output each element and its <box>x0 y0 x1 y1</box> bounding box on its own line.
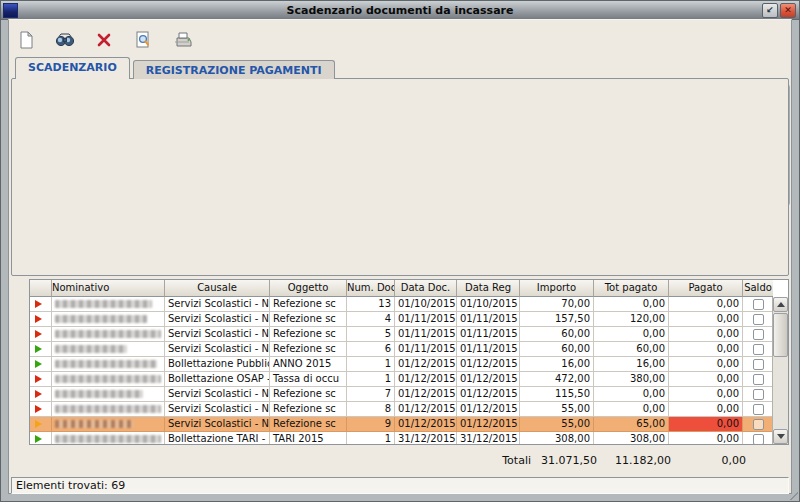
column-header[interactable] <box>30 280 52 297</box>
column-header[interactable]: Num. Doc. <box>347 280 395 297</box>
cell-tot-pagato: 308,00 <box>594 432 669 445</box>
cell-num-doc: 5 <box>347 327 395 342</box>
cell-data-doc: 31/12/2015 <box>395 432 457 445</box>
table-row[interactable]: Bollettazione OSAP - N Tassa di occu 1 0… <box>30 372 788 387</box>
cell-data-reg: 31/12/2015 <box>457 432 520 445</box>
search-button[interactable] <box>52 27 78 53</box>
toolbar <box>13 23 195 57</box>
preview-button[interactable] <box>130 27 156 53</box>
column-header[interactable]: Causale <box>165 280 270 297</box>
cell-tot-pagato: 16,00 <box>594 357 669 372</box>
saldo-checkbox[interactable] <box>753 404 764 415</box>
vertical-scrollbar[interactable] <box>772 297 788 444</box>
cell-pagato: 0,00 <box>669 417 743 432</box>
saldo-checkbox[interactable] <box>753 344 764 355</box>
cell-pagato: 0,00 <box>669 357 743 372</box>
table-row[interactable]: Servizi Scolastici - Non Refezione sc 13… <box>30 297 788 312</box>
app-window: Scadenzario documenti da incassare ↙ ✕ <box>0 0 800 502</box>
table-row[interactable]: Servizi Scolastici - Non Refezione sc 6 … <box>30 342 788 357</box>
cell-pagato: 0,00 <box>669 342 743 357</box>
saldo-checkbox[interactable] <box>753 359 764 370</box>
cell-tot-pagato: 120,00 <box>594 312 669 327</box>
column-header[interactable]: Nominativo <box>52 280 165 297</box>
column-header[interactable]: Importo <box>520 280 594 297</box>
cell-tot-pagato: 380,00 <box>594 372 669 387</box>
column-header[interactable]: Pagato <box>669 280 743 297</box>
column-header[interactable]: Data Reg <box>457 280 520 297</box>
cell-data-reg: 01/12/2015 <box>457 387 520 402</box>
app-logo-icon <box>3 3 18 18</box>
window-content: SCADENZARIO REGISTRAZIONE PAGAMENTI Anag… <box>8 19 792 494</box>
table-row[interactable]: Servizi Scolastici - Non Refezione sc 9 … <box>30 417 788 432</box>
close-button[interactable]: ✕ <box>780 3 796 18</box>
print-button[interactable] <box>169 27 195 53</box>
tab-registrazione-pagamenti[interactable]: REGISTRAZIONE PAGAMENTI <box>133 60 335 79</box>
row-status-arrow-icon <box>35 375 42 383</box>
cell-causale: Bollettazione Pubblicità <box>165 357 270 372</box>
cell-data-reg: 01/12/2015 <box>457 402 520 417</box>
cell-tot-pagato: 60,00 <box>594 342 669 357</box>
cell-num-doc: 9 <box>347 417 395 432</box>
cell-data-reg: 01/11/2015 <box>457 327 520 342</box>
column-header[interactable]: Oggetto <box>270 280 347 297</box>
title-bar[interactable]: Scadenzario documenti da incassare ↙ ✕ <box>1 1 799 20</box>
column-header[interactable]: Tot pagato <box>594 280 669 297</box>
minimize-button[interactable]: ↙ <box>762 3 778 18</box>
table-row[interactable]: Bollettazione Pubblicità ANNO 2015 1 01/… <box>30 357 788 372</box>
cell-importo: 55,00 <box>520 402 594 417</box>
triangle-up-icon <box>777 302 785 307</box>
status-text: Elementi trovati: 69 <box>16 479 125 492</box>
row-status-arrow-icon <box>35 420 42 428</box>
column-header[interactable]: Saldo <box>743 280 773 297</box>
row-status-arrow-icon <box>35 390 42 398</box>
cell-importo: 60,00 <box>520 342 594 357</box>
cell-causale: Servizi Scolastici - Non <box>165 327 270 342</box>
redacted-name <box>55 435 161 443</box>
column-header[interactable]: Data Doc. <box>395 280 457 297</box>
table-row[interactable]: Servizi Scolastici - Non Refezione sc 8 … <box>30 402 788 417</box>
saldo-checkbox[interactable] <box>753 329 764 340</box>
scroll-up-button[interactable] <box>773 297 788 312</box>
cell-importo: 16,00 <box>520 357 594 372</box>
tab-scadenzario[interactable]: SCADENZARIO <box>15 57 130 79</box>
saldo-checkbox[interactable] <box>753 314 764 325</box>
redacted-name <box>55 345 127 353</box>
table-row[interactable]: Bollettazione TARI - N TARI 2015 1 31/12… <box>30 432 788 445</box>
scrollbar-thumb[interactable] <box>773 313 788 357</box>
saldo-checkbox[interactable] <box>753 419 764 430</box>
cell-pagato: 0,00 <box>669 297 743 312</box>
redacted-name <box>55 405 161 413</box>
cell-tot-pagato: 0,00 <box>594 402 669 417</box>
table-row[interactable]: Servizi Scolastici - Non Refezione sc 4 … <box>30 312 788 327</box>
saldo-checkbox[interactable] <box>753 299 764 310</box>
saldo-checkbox[interactable] <box>753 389 764 400</box>
resize-grip[interactable] <box>790 492 798 500</box>
cell-num-doc: 1 <box>347 432 395 445</box>
new-document-icon <box>16 30 36 50</box>
row-status-arrow-icon <box>35 360 42 368</box>
cell-pagato: 0,00 <box>669 372 743 387</box>
saldo-checkbox[interactable] <box>753 374 764 385</box>
cell-oggetto: Tassa di occu <box>270 372 347 387</box>
new-document-button[interactable] <box>13 27 39 53</box>
table-row[interactable]: Servizi Scolastici - Non Refezione sc 5 … <box>30 327 788 342</box>
cell-num-doc: 1 <box>347 357 395 372</box>
delete-button[interactable] <box>91 27 117 53</box>
cell-tot-pagato: 65,00 <box>594 417 669 432</box>
cell-causale: Servizi Scolastici - Non <box>165 417 270 432</box>
cell-tot-pagato: 0,00 <box>594 297 669 312</box>
row-status-arrow-icon <box>35 315 42 323</box>
print-icon <box>171 30 193 50</box>
totals-pagato: 0,00 <box>669 454 746 467</box>
cell-importo: 157,50 <box>520 312 594 327</box>
table-row[interactable]: Servizi Scolastici - Non Refezione sc 7 … <box>30 387 788 402</box>
cell-data-reg: 01/12/2015 <box>457 357 520 372</box>
saldo-checkbox[interactable] <box>753 434 764 445</box>
scroll-down-button[interactable] <box>773 429 788 444</box>
cell-data-doc: 01/12/2015 <box>395 357 457 372</box>
cell-oggetto: Refezione sc <box>270 387 347 402</box>
row-status-arrow-icon <box>35 330 42 338</box>
cell-pagato: 0,00 <box>669 327 743 342</box>
cell-data-doc: 01/11/2015 <box>395 327 457 342</box>
status-bar: Elementi trovati: 69 <box>11 477 789 494</box>
